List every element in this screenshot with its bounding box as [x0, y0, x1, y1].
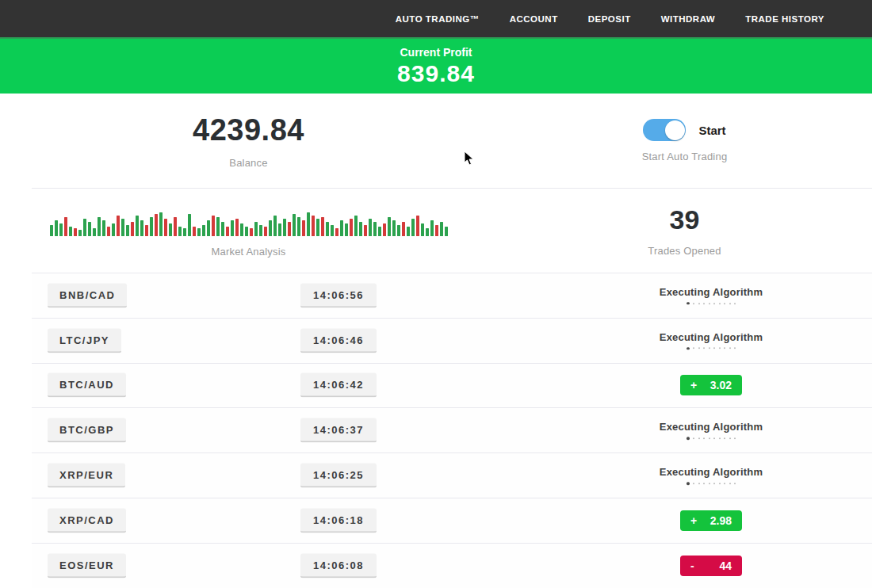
candle-bar: [93, 228, 96, 236]
candle-bar: [254, 222, 258, 236]
candle-bar: [426, 228, 429, 236]
progress-dot: [724, 437, 725, 439]
candle-bar: [407, 227, 410, 236]
candle-bar: [226, 227, 229, 236]
candle-bar: [331, 225, 334, 236]
candle-bar: [150, 217, 153, 236]
time-badge: 14:06:18: [300, 508, 377, 533]
candle-bar: [373, 222, 377, 236]
trades-opened-value: 39: [670, 204, 700, 235]
candle-bar: [359, 222, 362, 236]
pair-badge: BTC/GBP: [48, 418, 126, 443]
candle-bar: [435, 225, 438, 236]
candle-bar: [440, 222, 443, 236]
candle-bar: [245, 227, 248, 236]
nav-item-withdraw[interactable]: WITHDRAW: [661, 14, 716, 24]
progress-dot: [698, 348, 700, 349]
candle-bar: [140, 220, 143, 236]
candle-bar: [307, 212, 310, 236]
candle-bar: [207, 220, 210, 236]
candle-bar: [235, 219, 239, 236]
time-badge: 14:06:42: [300, 373, 377, 398]
result-zone: Executing Algorithm: [632, 422, 790, 441]
nav-item-deposit[interactable]: DEPOSIT: [588, 14, 631, 24]
market-analysis-chart: [50, 208, 448, 236]
progress-dot: [713, 483, 715, 484]
pair-badge: LTC/JPY: [48, 328, 121, 353]
balance-value: 4239.84: [193, 113, 304, 147]
candle-bar: [55, 220, 58, 236]
trade-result-badge: +3.02: [680, 375, 742, 395]
candle-bar: [131, 222, 134, 236]
candle-bar: [378, 227, 381, 236]
trade-result-badge: +2.98: [680, 510, 742, 531]
pair-badge: XRP/CAD: [48, 508, 126, 533]
progress-dot: [719, 483, 721, 484]
progress-dot: [724, 348, 725, 349]
candle-bar: [411, 219, 415, 236]
time-badge: 14:06:56: [300, 283, 377, 307]
progress-dots: [687, 347, 736, 350]
progress-dot: [729, 348, 731, 349]
nav-item-auto-trading[interactable]: AUTO TRADING™: [396, 14, 480, 24]
trade-row: XRP/EUR14:06:25Executing Algorithm: [32, 453, 872, 498]
nav-item-account[interactable]: ACCOUNT: [510, 14, 558, 24]
result-value: 44: [719, 559, 732, 572]
candle-bar: [364, 225, 367, 236]
candle-bar: [83, 219, 86, 236]
progress-dot: [693, 303, 694, 304]
candle-bar: [178, 227, 182, 236]
trade-row: BTC/AUD14:06:42+3.02: [32, 364, 872, 409]
candle-bar: [197, 228, 201, 236]
market-analysis-block: Market Analysis: [0, 189, 497, 273]
result-sign: -: [690, 559, 694, 572]
candle-bar: [250, 228, 253, 236]
progress-dot: [719, 437, 721, 439]
result-zone: +2.98: [632, 510, 790, 531]
result-zone: +3.02: [632, 375, 790, 395]
market-analysis-label: Market Analysis: [211, 246, 285, 258]
candle-bar: [212, 216, 215, 236]
trade-row: XRP/CAD14:06:18+2.98: [32, 498, 872, 544]
nav-item-trade-history[interactable]: TRADE HISTORY: [745, 14, 824, 24]
trade-result-badge: -44: [680, 556, 742, 576]
trades-opened-block: 39 Trades Opened: [497, 189, 872, 273]
progress-dot: [709, 303, 710, 304]
current-profit-value: 839.84: [397, 60, 475, 87]
time-badge: 14:06:46: [300, 328, 377, 353]
result-value: 2.98: [710, 514, 732, 527]
candle-bar: [326, 222, 329, 236]
start-auto-trading-label: Start Auto Trading: [642, 151, 728, 162]
candle-bar: [283, 219, 286, 236]
candle-bar: [402, 222, 405, 236]
progress-dot: [719, 303, 721, 304]
result-zone: Executing Algorithm: [632, 331, 790, 350]
time-badge: 14:06:25: [300, 464, 377, 488]
progress-dot: [698, 437, 700, 439]
candle-bar: [269, 220, 272, 236]
current-profit-banner: Current Profit 839.84: [0, 37, 872, 94]
candle-bar: [64, 217, 67, 236]
executing-algorithm-label: Executing Algorithm: [660, 286, 763, 298]
progress-dots: [687, 437, 736, 441]
progress-dot: [713, 348, 715, 349]
balance-block: 4239.84 Balance: [0, 94, 497, 188]
candle-bar: [126, 225, 129, 236]
pair-badge: BTC/AUD: [48, 373, 126, 398]
candle-bar: [59, 223, 63, 236]
candle-bar: [193, 227, 196, 236]
progress-dot: [703, 303, 705, 304]
progress-dot: [724, 483, 725, 484]
auto-trading-toggle[interactable]: [643, 119, 686, 141]
balance-label: Balance: [229, 157, 267, 169]
start-label: Start: [698, 124, 725, 137]
candle-bar: [288, 222, 291, 236]
candle-bar: [136, 216, 139, 236]
progress-dot: [687, 347, 690, 350]
candle-bar: [421, 223, 424, 236]
auto-trading-block: Start Start Auto Trading: [497, 94, 872, 188]
candle-bar: [164, 219, 167, 236]
trades-opened-label: Trades Opened: [648, 245, 721, 257]
trade-table: BNB/CAD14:06:56Executing AlgorithmLTC/JP…: [32, 273, 872, 588]
progress-dot: [719, 348, 721, 349]
